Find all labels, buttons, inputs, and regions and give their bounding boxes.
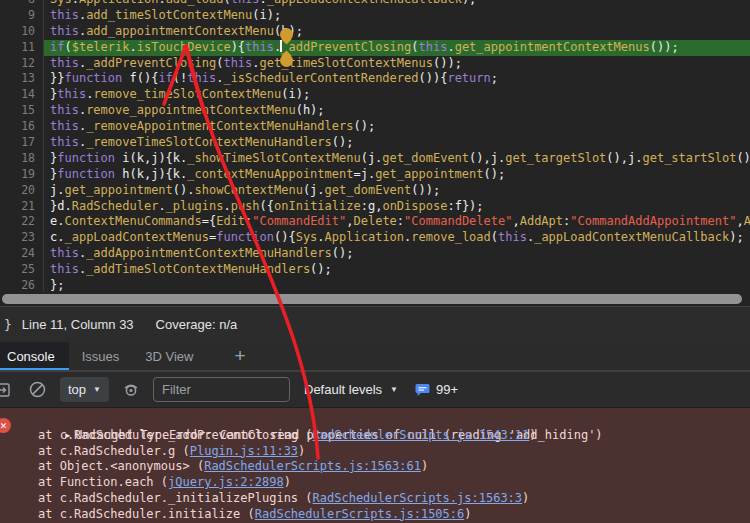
selection-handle-start[interactable] (280, 28, 293, 41)
scrollbar-thumb[interactable] (2, 294, 742, 304)
line-number-gutter[interactable]: 24 (0, 246, 44, 262)
line-number-gutter[interactable]: 12 (0, 56, 44, 72)
clear-console-icon[interactable] (28, 380, 47, 399)
code-line[interactable]: 16this._removeAppointmentContextMenuHand… (0, 119, 750, 135)
issues-counter[interactable]: 99+ (415, 382, 458, 397)
code-text: this._removeAppointmentContextMenuHandle… (50, 119, 375, 135)
source-link[interactable]: jQuery.js:2:2898 (168, 475, 284, 489)
stack-frame-text: at Object.<anonymous> ( (38, 459, 204, 473)
console-sidebar-toggle-icon[interactable] (0, 381, 11, 399)
chevron-down-icon: ▼ (390, 385, 398, 394)
line-number-gutter[interactable]: 14 (0, 87, 44, 103)
source-link[interactable]: RadSchedulerScripts.js:1563:61 (204, 459, 421, 473)
stack-frame-text: at c.RadScheduler.initialize ( (38, 507, 255, 521)
stack-frame-text: at Function.each ( (38, 475, 168, 489)
live-expression-eye-icon[interactable] (120, 379, 142, 401)
code-line[interactable]: 25this._addTimeSlotContextMenuHandlers()… (0, 262, 750, 278)
stack-frame-text: at c.RadScheduler._addPreventClosing ( (38, 428, 313, 442)
code-line[interactable]: 12this._addPreventClosing(this.get_timeS… (0, 56, 750, 72)
log-levels-label: Default levels (304, 382, 382, 397)
code-line[interactable]: 10this.add_appointmentContextMenu(h); (0, 24, 750, 40)
code-text: this.add_appointmentContextMenu(h); (50, 24, 303, 40)
stack-frame: at Function.each (jQuery.js:2:2898) (0, 475, 750, 491)
line-number-gutter[interactable]: 25 (0, 262, 44, 278)
console-toolbar: top ▼ Default levels ▼ 99+ (0, 371, 750, 407)
code-line[interactable]: 19}function h(k,j){k._contextMenuAppoint… (0, 167, 750, 183)
line-number-gutter[interactable]: 13 (0, 71, 44, 87)
code-line[interactable]: 17this._removeTimeSlotContextMenuHandler… (0, 135, 750, 151)
code-text: }function h(k,j){k._contextMenuAppointme… (50, 167, 505, 183)
source-link[interactable]: RadSchedulerScripts.js:1543:11 (313, 428, 530, 442)
tab-issues[interactable]: Issues (69, 342, 133, 370)
stack-frame-text: at c.RadScheduler.g ( (38, 444, 190, 458)
code-line[interactable]: 9this.add_timeSlotContextMenu(i); (0, 8, 750, 24)
console-messages: ✕ ▶Uncaught TypeError: Cannot read prope… (0, 407, 750, 523)
selection-handle-end[interactable] (280, 54, 293, 67)
code-text: }this.remove_timeSlotContextMenu(i); (50, 87, 310, 103)
line-number-gutter[interactable]: 21 (0, 199, 44, 215)
issues-count-label: 99+ (436, 382, 458, 397)
stack-frame-text: ) (522, 491, 529, 505)
code-text: this._addAppointmentContextMenuHandlers(… (50, 246, 353, 262)
code-text: this._addPreventClosing(this.get_timeSlo… (50, 56, 462, 72)
line-number-gutter[interactable]: 16 (0, 119, 44, 135)
tab-3d-view[interactable]: 3D View (132, 342, 206, 370)
line-number-gutter[interactable]: 19 (0, 167, 44, 183)
line-number-gutter[interactable]: 8 (0, 0, 44, 8)
code-text: this._removeTimeSlotContextMenuHandlers(… (50, 135, 353, 151)
code-text: this.remove_appointmentContextMenu(h); (50, 103, 325, 119)
line-number-gutter[interactable]: 17 (0, 135, 44, 151)
code-text: }function i(k,j){k._showTimeSlotContextM… (50, 151, 750, 167)
stack-frame-text: ) (298, 444, 305, 458)
coverage-label: Coverage: n/a (156, 317, 238, 332)
code-text: j.get_appointment().showContextMenu(j.ge… (50, 183, 440, 199)
line-number-gutter[interactable]: 15 (0, 103, 44, 119)
line-number-gutter[interactable]: 23 (0, 230, 44, 246)
stack-frame: at c.RadScheduler._addPreventClosing (Ra… (0, 428, 750, 444)
code-line[interactable]: 21}d.RadScheduler._plugins.push({onIniti… (0, 199, 750, 215)
code-line[interactable]: 8Sys.Application.add_load(this._appLoadC… (0, 0, 750, 8)
code-line[interactable]: 14}this.remove_timeSlotContextMenu(i); (0, 87, 750, 103)
log-levels-dropdown[interactable]: Default levels ▼ (304, 382, 398, 397)
code-text: if($telerik.isTouchDevice){this._addPrev… (50, 40, 679, 56)
code-line[interactable]: 22e.ContextMenuCommands={Edit:"CommandEd… (0, 214, 750, 230)
code-line[interactable]: 15this.remove_appointmentContextMenu(h); (0, 103, 750, 119)
pretty-print-icon[interactable]: } (4, 317, 12, 332)
code-text: }}function f(){if(!this._isSchedulerCont… (50, 71, 498, 87)
source-link[interactable]: RadSchedulerScripts.js:1505:6 (255, 507, 465, 521)
code-text: this.add_timeSlotContextMenu(i); (50, 8, 281, 24)
cursor-position-label: Line 11, Column 33 (22, 317, 134, 332)
source-editor[interactable]: 8Sys.Application.add_load(this._appLoadC… (0, 0, 750, 307)
stack-frame: at c.RadScheduler.initialize (RadSchedul… (0, 507, 750, 523)
line-number-gutter[interactable]: 10 (0, 24, 44, 40)
line-number-gutter[interactable]: 22 (0, 214, 44, 230)
code-lines: 8Sys.Application.add_load(this._appLoadC… (0, 0, 750, 294)
code-line[interactable]: 20j.get_appointment().showContextMenu(j.… (0, 183, 750, 199)
filter-input[interactable] (153, 377, 290, 402)
code-line[interactable]: 23c._appLoadContextMenus=function(){Sys.… (0, 230, 750, 246)
code-line[interactable]: 13}}function f(){if(!this._isSchedulerCo… (0, 71, 750, 87)
source-link[interactable]: RadSchedulerScripts.js:1563:3 (313, 491, 523, 505)
line-number-gutter[interactable]: 11 (0, 40, 44, 56)
code-line[interactable]: 11if($telerik.isTouchDevice){this._addPr… (0, 40, 750, 56)
code-text: }d.RadScheduler._plugins.push({onInitial… (50, 199, 484, 215)
line-number-gutter[interactable]: 9 (0, 8, 44, 24)
stack-frame: at c.RadScheduler._initializePlugins (Ra… (0, 491, 750, 507)
code-text: c._appLoadContextMenus=function(){Sys.Ap… (50, 230, 744, 246)
stack-frame: at c.RadScheduler.g (Plugin.js:11:33) (0, 444, 750, 460)
line-number-gutter[interactable]: 20 (0, 183, 44, 199)
tab-console[interactable]: Console (0, 342, 69, 370)
drawer-tabbar: ConsoleIssues3D View + (0, 342, 750, 371)
horizontal-scrollbar[interactable] (0, 292, 750, 306)
code-line[interactable]: 24this._addAppointmentContextMenuHandler… (0, 246, 750, 262)
code-line[interactable]: 18}function i(k,j){k._showTimeSlotContex… (0, 151, 750, 167)
stack-frame: at Object.<anonymous> (RadSchedulerScrip… (0, 459, 750, 475)
context-selector[interactable]: top ▼ (60, 377, 109, 402)
add-tab-button[interactable]: + (220, 342, 259, 370)
context-selector-value: top (68, 382, 86, 397)
chevron-down-icon: ▼ (93, 385, 101, 394)
line-number-gutter[interactable]: 18 (0, 151, 44, 167)
source-link[interactable]: Plugin.js:11:33 (190, 444, 298, 458)
console-error-message[interactable]: ▶Uncaught TypeError: Cannot read propert… (0, 412, 750, 428)
devtools-window: 8Sys.Application.add_load(this._appLoadC… (0, 0, 750, 523)
